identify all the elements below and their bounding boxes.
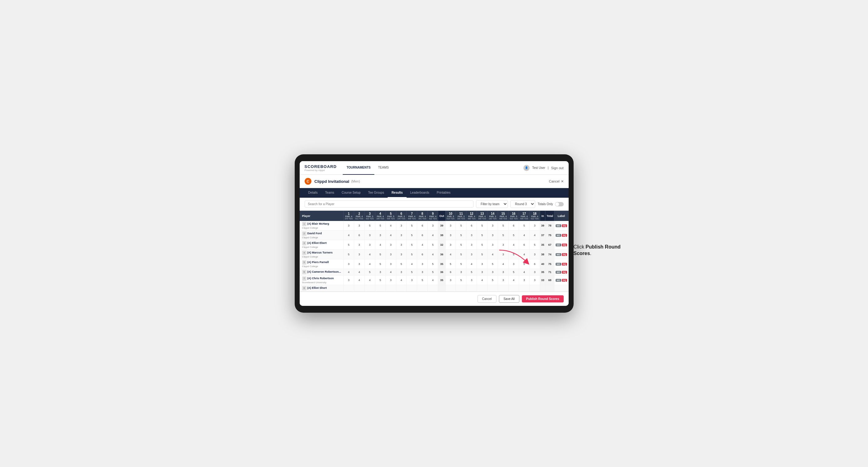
score-hole-11[interactable]: 5 (456, 276, 466, 285)
score-hole-1[interactable]: 3 (343, 259, 354, 269)
score-hole-10[interactable]: 4 (445, 250, 456, 259)
tab-leaderboards[interactable]: Leaderboards (407, 188, 433, 198)
score-hole-9[interactable]: 5 (428, 259, 438, 269)
score-hole-3[interactable]: 5 (365, 269, 375, 276)
score-hole-3[interactable]: 3 (365, 230, 375, 240)
cancel-tournament-btn[interactable]: Cancel ✕ (549, 180, 563, 183)
score-hole-2[interactable]: 3 (354, 250, 365, 259)
score-hole-9[interactable]: 4 (428, 276, 438, 285)
score-hole-4[interactable]: 5 (375, 250, 385, 259)
tab-details[interactable]: Details (305, 188, 322, 198)
search-input[interactable] (305, 200, 474, 208)
publish-round-scores-button[interactable]: Publish Round Scores (522, 295, 564, 303)
score-hole-12[interactable]: 6 (466, 221, 477, 230)
score-hole-11[interactable]: 5 (456, 240, 466, 250)
score-hole-6[interactable]: 3 (396, 240, 407, 250)
score-hole-6[interactable]: 3 (396, 250, 407, 259)
score-hole-12[interactable]: 3 (466, 230, 477, 240)
score-hole-8[interactable] (417, 285, 428, 291)
totals-only-switch[interactable] (555, 202, 564, 207)
score-hole-1[interactable]: 4 (343, 269, 354, 276)
score-hole-3[interactable]: 4 (365, 259, 375, 269)
score-hole-8[interactable]: 6 (417, 230, 428, 240)
round-select[interactable]: Round 3 (510, 200, 535, 208)
score-hole-12[interactable]: 3 (466, 240, 477, 250)
score-hole-10[interactable]: 3 (445, 230, 456, 240)
score-hole-11[interactable]: 5 (456, 259, 466, 269)
score-hole-7[interactable] (407, 285, 417, 291)
score-hole-18[interactable]: 3 (530, 269, 540, 276)
score-hole-10[interactable]: 3 (445, 276, 456, 285)
tab-teams[interactable]: Teams (321, 188, 338, 198)
score-hole-13[interactable] (477, 285, 488, 291)
score-hole-13[interactable]: 5 (477, 250, 488, 259)
score-hole-12[interactable] (466, 285, 477, 291)
score-hole-15[interactable]: 5 (498, 221, 508, 230)
score-hole-4[interactable] (375, 285, 385, 291)
score-hole-7[interactable]: 5 (407, 250, 417, 259)
score-hole-6[interactable] (396, 285, 407, 291)
score-hole-6[interactable]: 5 (396, 259, 407, 269)
score-hole-17[interactable]: 5 (519, 221, 530, 230)
score-hole-15[interactable]: 5 (498, 230, 508, 240)
score-hole-11[interactable]: 5 (456, 250, 466, 259)
score-hole-2[interactable]: 4 (354, 276, 365, 285)
score-hole-1[interactable]: 5 (343, 250, 354, 259)
score-hole-6[interactable]: 4 (396, 276, 407, 285)
score-hole-18[interactable]: 3 (530, 276, 540, 285)
score-hole-16[interactable]: 5 (508, 230, 519, 240)
score-hole-1[interactable]: 3 (343, 221, 354, 230)
score-hole-14[interactable] (488, 285, 498, 291)
score-hole-12[interactable]: 3 (466, 276, 477, 285)
score-hole-7[interactable]: 5 (407, 240, 417, 250)
score-hole-8[interactable]: 3 (417, 269, 428, 276)
tab-course-setup[interactable]: Course Setup (338, 188, 365, 198)
score-hole-5[interactable]: 4 (385, 230, 396, 240)
score-hole-14[interactable]: 3 (488, 269, 498, 276)
score-hole-17[interactable]: 3 (519, 276, 530, 285)
tab-printables[interactable]: Printables (433, 188, 454, 198)
score-hole-15[interactable]: 3 (498, 276, 508, 285)
score-hole-7[interactable]: 4 (407, 259, 417, 269)
score-hole-10[interactable] (445, 285, 456, 291)
score-hole-11[interactable]: 3 (456, 269, 466, 276)
score-hole-11[interactable]: 5 (456, 230, 466, 240)
score-hole-16[interactable]: 5 (508, 269, 519, 276)
tab-tee-groups[interactable]: Tee Groups (365, 188, 388, 198)
score-hole-14[interactable]: 3 (488, 221, 498, 230)
score-hole-2[interactable]: 4 (354, 269, 365, 276)
score-hole-10[interactable]: 6 (445, 269, 456, 276)
score-hole-16[interactable]: 4 (508, 276, 519, 285)
sign-out-link[interactable]: Sign out (551, 166, 563, 170)
score-hole-12[interactable]: 5 (466, 269, 477, 276)
score-hole-1[interactable]: 4 (343, 230, 354, 240)
score-hole-2[interactable]: 3 (354, 221, 365, 230)
score-hole-11[interactable] (456, 285, 466, 291)
score-hole-2[interactable]: 3 (354, 259, 365, 269)
score-hole-9[interactable]: 5 (428, 240, 438, 250)
nav-tournaments[interactable]: TOURNAMENTS (343, 161, 374, 175)
score-hole-4[interactable]: 5 (375, 259, 385, 269)
score-hole-3[interactable] (365, 285, 375, 291)
score-hole-5[interactable]: 3 (385, 240, 396, 250)
score-hole-15[interactable] (498, 285, 508, 291)
score-hole-3[interactable]: 4 (365, 276, 375, 285)
score-hole-8[interactable]: 6 (417, 221, 428, 230)
score-hole-4[interactable]: 3 (375, 230, 385, 240)
score-hole-16[interactable]: 6 (508, 221, 519, 230)
score-hole-9[interactable] (428, 285, 438, 291)
score-hole-6[interactable]: 3 (396, 221, 407, 230)
score-hole-8[interactable]: 5 (417, 276, 428, 285)
score-hole-14[interactable]: 5 (488, 276, 498, 285)
score-hole-7[interactable]: 5 (407, 230, 417, 240)
score-hole-18[interactable]: 4 (530, 230, 540, 240)
score-hole-1[interactable]: 5 (343, 240, 354, 250)
score-hole-2[interactable]: 3 (354, 240, 365, 250)
score-hole-5[interactable]: 3 (385, 276, 396, 285)
score-hole-17[interactable] (519, 285, 530, 291)
score-hole-8[interactable]: 4 (417, 240, 428, 250)
score-hole-5[interactable]: 4 (385, 269, 396, 276)
score-hole-10[interactable]: 5 (445, 259, 456, 269)
score-hole-15[interactable]: 3 (498, 269, 508, 276)
score-hole-9[interactable]: 4 (428, 230, 438, 240)
